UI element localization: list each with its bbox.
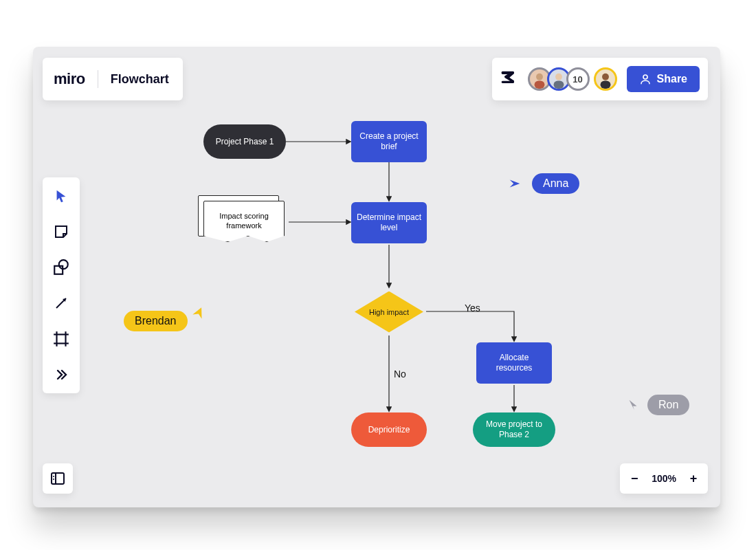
flow-phase2-label: Move project to Phase 2 [476, 419, 553, 440]
flow-doc-label: Impact scoring framework [204, 212, 284, 231]
flow-decision-label: High impact [369, 308, 409, 316]
cursor-anna: Anna [507, 173, 579, 194]
flow-decision-node[interactable]: High impact [351, 286, 427, 338]
cursor-icon [507, 176, 522, 191]
cursor-icon [625, 397, 641, 412]
flow-brief-node[interactable]: Create a project brief [351, 121, 427, 162]
flow-deprioritize-label: Deprioritize [368, 425, 410, 434]
cursor-ron: Ron [625, 395, 689, 415]
cursor-label: Brendan [124, 311, 188, 331]
cursor-label: Anna [532, 173, 579, 194]
flow-determine-node[interactable]: Determine impact level [351, 202, 427, 243]
flow-document-node[interactable]: Impact scoring framework [198, 195, 287, 243]
flow-start-label: Project Phase 1 [216, 137, 274, 146]
flow-allocate-node[interactable]: Allocate resources [476, 342, 552, 384]
flow-allocate-label: Allocate resources [480, 353, 548, 373]
board-area[interactable]: miro Flowchart 10 Share [33, 47, 720, 507]
flow-start-node[interactable]: Project Phase 1 [203, 124, 286, 159]
cursor-brendan: Brendan [124, 311, 211, 331]
canvas[interactable]: Project Phase 1 Create a project brief I… [33, 47, 720, 507]
edge-label-yes: Yes [465, 302, 480, 314]
flow-brief-label: Create a project brief [355, 131, 423, 152]
flow-deprioritize-node[interactable]: Deprioritize [351, 412, 427, 447]
flow-determine-label: Determine impact level [355, 212, 423, 233]
cursor-label: Ron [647, 395, 689, 415]
flow-phase2-node[interactable]: Move project to Phase 2 [473, 412, 555, 447]
cursor-icon [192, 305, 207, 320]
edge-label-no: No [394, 368, 406, 380]
